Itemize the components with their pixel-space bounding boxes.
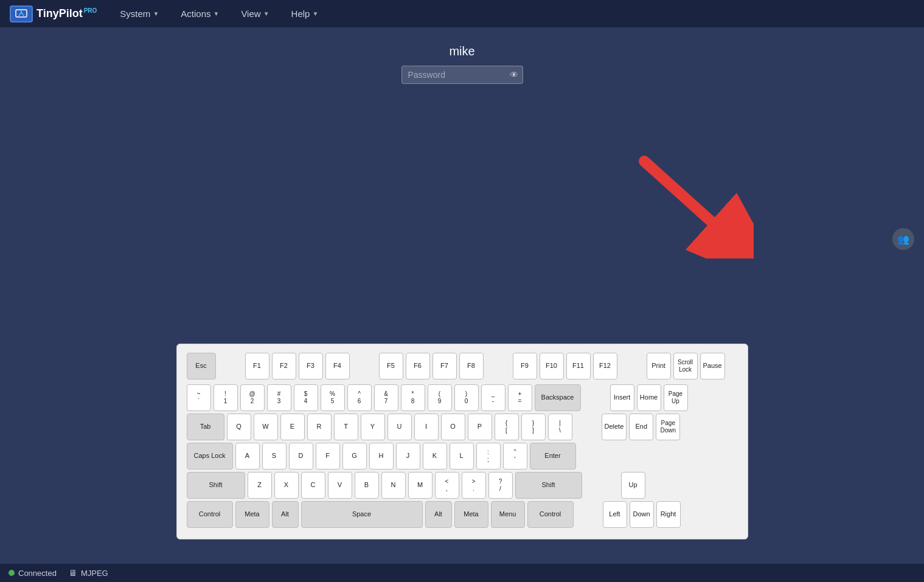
- key-f9[interactable]: F9: [513, 353, 537, 379]
- key-enter[interactable]: Enter: [530, 443, 576, 469]
- key-d[interactable]: D: [289, 443, 313, 469]
- key-5[interactable]: %5: [321, 384, 345, 411]
- key-right-shift[interactable]: Shift: [515, 472, 582, 499]
- key-1[interactable]: !1: [214, 384, 238, 411]
- key-f[interactable]: F: [316, 443, 340, 469]
- key-j[interactable]: J: [396, 443, 420, 469]
- key-f6[interactable]: F6: [406, 353, 430, 379]
- brand-logo: [10, 5, 33, 23]
- key-down[interactable]: Down: [630, 501, 654, 528]
- key-left-alt[interactable]: Alt: [272, 501, 299, 528]
- key-end[interactable]: End: [629, 414, 653, 440]
- key-right-ctrl[interactable]: Control: [527, 501, 574, 528]
- password-input[interactable]: [401, 66, 523, 84]
- key-backtick[interactable]: ~`: [187, 384, 211, 411]
- key-period[interactable]: >.: [462, 472, 486, 499]
- key-y[interactable]: Y: [361, 414, 385, 440]
- key-r[interactable]: R: [307, 414, 332, 440]
- key-0[interactable]: )0: [454, 384, 479, 411]
- key-x[interactable]: X: [274, 472, 299, 499]
- key-q[interactable]: Q: [227, 414, 251, 440]
- key-6[interactable]: ^6: [347, 384, 372, 411]
- key-f4[interactable]: F4: [325, 353, 350, 379]
- key-menu[interactable]: Menu: [491, 501, 525, 528]
- key-z[interactable]: Z: [248, 472, 272, 499]
- key-bracket-close[interactable]: }]: [521, 414, 546, 440]
- key-quote[interactable]: "': [503, 443, 527, 469]
- key-u[interactable]: U: [387, 414, 412, 440]
- key-e[interactable]: E: [280, 414, 305, 440]
- key-left[interactable]: Left: [603, 501, 627, 528]
- key-tab[interactable]: Tab: [187, 414, 224, 440]
- key-a[interactable]: A: [235, 443, 260, 469]
- key-minus[interactable]: _-: [481, 384, 505, 411]
- key-f2[interactable]: F2: [272, 353, 296, 379]
- key-bracket-open[interactable]: {[: [495, 414, 519, 440]
- key-home[interactable]: Home: [637, 384, 661, 411]
- key-pause[interactable]: Pause: [700, 353, 725, 379]
- key-up[interactable]: Up: [621, 472, 645, 499]
- key-f12[interactable]: F12: [593, 353, 617, 379]
- key-w[interactable]: W: [254, 414, 278, 440]
- key-f5[interactable]: F5: [379, 353, 403, 379]
- navbar: TinyPilot PRO System ▼ Actions ▼ View ▼ …: [0, 0, 924, 27]
- key-page-down[interactable]: PageDown: [656, 414, 680, 440]
- nav-actions[interactable]: Actions ▼: [176, 6, 224, 21]
- keyboard-main: Esc F1 F2 F3 F4 F5 F6 F7 F8 F9 F10 F11 F…: [187, 353, 738, 530]
- key-i[interactable]: I: [414, 414, 439, 440]
- key-space[interactable]: Space: [301, 501, 423, 528]
- svg-rect-0: [16, 10, 27, 17]
- key-o[interactable]: O: [441, 414, 465, 440]
- key-g[interactable]: G: [342, 443, 367, 469]
- nav-help[interactable]: Help ▼: [287, 6, 324, 21]
- key-left-shift[interactable]: Shift: [187, 472, 245, 499]
- connection-label: Connected: [18, 569, 57, 578]
- key-v[interactable]: V: [328, 472, 352, 499]
- key-f1[interactable]: F1: [245, 353, 269, 379]
- nav-system[interactable]: System ▼: [115, 6, 164, 21]
- key-k[interactable]: K: [423, 443, 447, 469]
- key-l[interactable]: L: [450, 443, 474, 469]
- key-left-ctrl[interactable]: Control: [187, 501, 233, 528]
- key-right-alt[interactable]: Alt: [425, 501, 452, 528]
- users-button[interactable]: 👥: [892, 228, 914, 250]
- key-esc[interactable]: Esc: [187, 353, 216, 379]
- key-scroll-lock[interactable]: ScrollLock: [673, 353, 698, 379]
- key-n[interactable]: N: [381, 472, 406, 499]
- key-7[interactable]: &7: [374, 384, 398, 411]
- key-4[interactable]: $4: [294, 384, 318, 411]
- key-t[interactable]: T: [334, 414, 358, 440]
- key-2[interactable]: @2: [240, 384, 265, 411]
- key-backspace[interactable]: Backspace: [535, 384, 581, 411]
- key-caps-lock[interactable]: Caps Lock: [187, 443, 233, 469]
- eye-icon[interactable]: 👁: [510, 70, 518, 80]
- key-delete[interactable]: Delete: [602, 414, 627, 440]
- video-status: 🖥 MJPEG: [69, 568, 108, 578]
- key-left-meta[interactable]: Meta: [235, 501, 269, 528]
- key-f11[interactable]: F11: [566, 353, 591, 379]
- key-slash[interactable]: ?/: [488, 472, 513, 499]
- key-comma[interactable]: <,: [435, 472, 459, 499]
- key-c[interactable]: C: [301, 472, 325, 499]
- key-equals[interactable]: +=: [508, 384, 532, 411]
- nav-view[interactable]: View ▼: [236, 6, 274, 21]
- key-page-up[interactable]: PageUp: [664, 384, 688, 411]
- key-f7[interactable]: F7: [432, 353, 457, 379]
- key-f8[interactable]: F8: [459, 353, 484, 379]
- key-print[interactable]: Print: [647, 353, 671, 379]
- key-m[interactable]: M: [408, 472, 432, 499]
- key-8[interactable]: *8: [401, 384, 425, 411]
- key-semicolon[interactable]: :;: [476, 443, 501, 469]
- key-p[interactable]: P: [468, 414, 492, 440]
- key-backslash[interactable]: |\: [548, 414, 572, 440]
- key-f10[interactable]: F10: [540, 353, 564, 379]
- key-s[interactable]: S: [262, 443, 287, 469]
- key-3[interactable]: #3: [267, 384, 291, 411]
- key-right-meta[interactable]: Meta: [454, 501, 488, 528]
- key-h[interactable]: H: [369, 443, 394, 469]
- key-b[interactable]: B: [355, 472, 379, 499]
- key-f3[interactable]: F3: [299, 353, 323, 379]
- key-right[interactable]: Right: [656, 501, 681, 528]
- key-9[interactable]: (9: [428, 384, 452, 411]
- key-insert[interactable]: Insert: [610, 384, 634, 411]
